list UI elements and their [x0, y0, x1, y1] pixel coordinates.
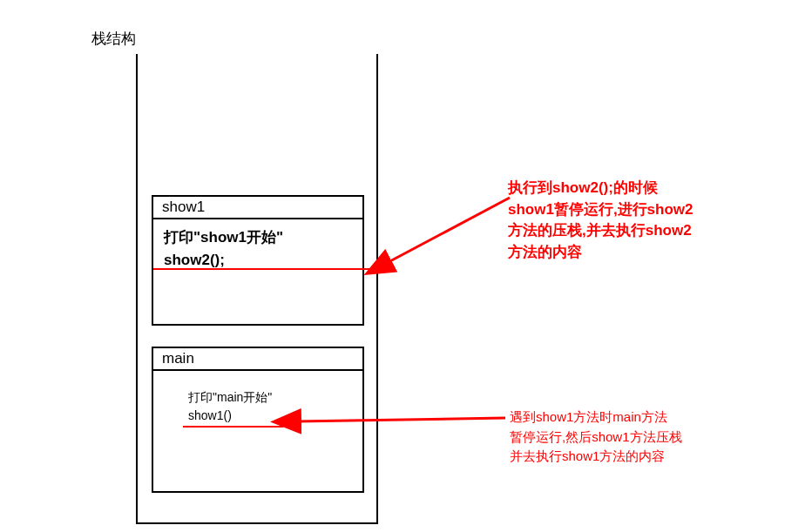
annotation-line: 并去执行show1方法的内容 [510, 447, 736, 467]
annotation-line: 执行到show2();的时候 [508, 178, 734, 199]
frame-line: 打印"main开始" [188, 388, 352, 407]
stack-frame-main: main 打印"main开始" show1() [152, 347, 364, 493]
annotation-bottom: 遇到show1方法时main方法 暂停运行,然后show1方法压栈 并去执行sh… [510, 407, 736, 467]
frame-header-show1: show1 [153, 197, 362, 219]
annotation-top: 执行到show2();的时候 show1暂停运行,进行show2 方法的压栈,并… [508, 178, 734, 264]
annotation-line: 遇到show1方法时main方法 [510, 407, 736, 428]
frame-line: show1() [188, 407, 352, 425]
annotation-line: 暂停运行,然后show1方法压栈 [510, 428, 736, 448]
frame-line: 打印"show1开始" [164, 226, 352, 249]
diagram-title: 栈结构 [91, 29, 136, 49]
annotation-line: 方法的内容 [508, 242, 734, 264]
svg-line-1 [387, 198, 510, 263]
annotation-line: 方法的压栈,并去执行show2 [508, 220, 734, 242]
execution-pointer-show1 [153, 268, 376, 270]
execution-pointer-main [183, 426, 283, 428]
annotation-line: show1暂停运行,进行show2 [508, 199, 734, 221]
frame-header-main: main [153, 348, 362, 371]
frame-body-main: 打印"main开始" show1() [153, 371, 362, 432]
stack-frame-show1: show1 打印"show1开始" show2(); [152, 195, 364, 326]
